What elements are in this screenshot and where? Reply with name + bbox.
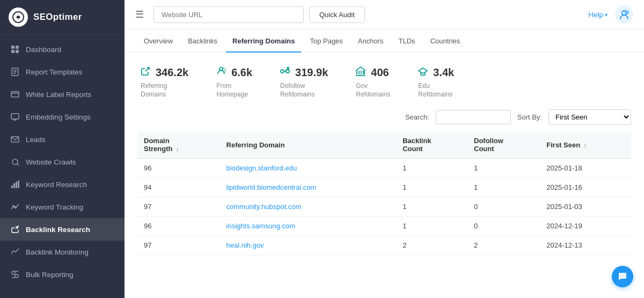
stat-icon-referring-domains: [140, 65, 151, 80]
nav-icon-keyword-tracking: [10, 202, 20, 212]
stat-value-row-dofollow-refdomains: 319.9k: [279, 65, 328, 80]
sort-select[interactable]: First SeenDomain StrengthBacklink CountD…: [548, 109, 631, 125]
nav-label-leads: Leads: [26, 136, 46, 144]
nav-icon-leads: [10, 134, 20, 145]
tab-tlds[interactable]: TLDs: [392, 29, 422, 53]
svg-rect-9: [11, 92, 19, 97]
cell-dofollow-count: 2: [467, 236, 540, 255]
referring-domains-table: DomainStrength ↕Referring DomainBacklink…: [137, 131, 631, 255]
nav-label-report-templates: Report Templates: [26, 68, 83, 76]
nav-icon-report-templates: [10, 66, 20, 77]
help-button[interactable]: Help ▾: [588, 11, 608, 19]
sort-label: Sort By:: [517, 113, 542, 121]
cell-first-seen: 2024-12-19: [540, 217, 631, 236]
stat-value-edu-refdomains: 3.4k: [433, 66, 454, 79]
sub-tabs: OverviewBacklinksReferring DomainsTop Pa…: [125, 29, 644, 53]
cell-referring-domain[interactable]: community.hubspot.com: [220, 197, 397, 217]
svg-rect-4: [16, 50, 19, 53]
nav-icon-backlink-research: [10, 224, 20, 235]
tab-top-pages[interactable]: Top Pages: [303, 29, 349, 53]
nav-label-backlink-research: Backlink Research: [26, 226, 90, 234]
stat-edu-refdomains: 3.4k EduRefdomains: [417, 65, 454, 99]
cell-first-seen: 2025-01-18: [540, 159, 631, 178]
nav-label-dashboard: Dashboard: [26, 46, 61, 54]
svg-rect-3: [11, 50, 14, 53]
sidebar-item-backlink-monitoring[interactable]: Backlink Monitoring: [0, 241, 125, 263]
nav-label-keyword-research: Keyword Research: [26, 181, 87, 189]
nav-label-white-label: White Label Reports: [26, 91, 91, 99]
sidebar-item-white-label[interactable]: White Label Reports: [0, 83, 125, 106]
cell-first-seen: 2025-01-03: [540, 197, 631, 217]
stat-value-referring-domains: 346.2k: [156, 66, 188, 79]
hamburger-icon[interactable]: ☰: [135, 9, 144, 20]
tab-overview[interactable]: Overview: [137, 29, 179, 53]
tab-backlinks[interactable]: Backlinks: [181, 29, 224, 53]
sidebar-item-bulk-reporting[interactable]: Bulk Reporting: [0, 263, 125, 286]
cell-domain-strength: 97: [137, 236, 220, 255]
cell-dofollow-count: 1: [467, 178, 540, 197]
svg-line-16: [17, 163, 19, 166]
col-header-domain-strength[interactable]: DomainStrength ↕: [137, 131, 220, 159]
search-input[interactable]: [436, 110, 511, 124]
tab-referring-domains[interactable]: Referring Domains: [226, 29, 301, 53]
nav-icon-website-crawls: [10, 157, 20, 167]
col-header-first-seen[interactable]: First Seen ↕: [540, 131, 631, 159]
quick-audit-button[interactable]: Quick Audit: [309, 6, 365, 23]
search-label: Search:: [405, 113, 429, 121]
table-row: 97 heal.nih.gov 2 2 2024-12-13: [137, 236, 631, 255]
cell-referring-domain[interactable]: heal.nih.gov: [220, 236, 397, 255]
sidebar-item-keyword-research[interactable]: Keyword Research: [0, 173, 125, 196]
nav-icon-backlink-monitoring: [10, 247, 20, 257]
sidebar-item-website-crawls[interactable]: Website Crawls: [0, 151, 125, 173]
table-body: 96 biodesign.stanford.edu 1 1 2025-01-18…: [137, 159, 631, 255]
nav-label-keyword-tracking: Keyword Tracking: [26, 203, 83, 211]
tab-countries[interactable]: Countries: [424, 29, 467, 53]
stat-value-row-edu-refdomains: 3.4k: [417, 65, 454, 80]
logo-text: SEOptimer: [33, 12, 82, 23]
nav-icon-bulk-reporting: [10, 269, 20, 280]
nav-label-backlink-monitoring: Backlink Monitoring: [26, 248, 89, 256]
table-row: 97 community.hubspot.com 1 0 2025-01-03: [137, 197, 631, 217]
sidebar-item-backlink-research[interactable]: Backlink Research: [0, 218, 125, 241]
topbar: ☰ Quick Audit Help ▾: [125, 0, 644, 29]
cell-backlink-count: 1: [396, 178, 467, 197]
table-controls: Search: Sort By: First SeenDomain Streng…: [137, 109, 631, 125]
url-input[interactable]: [153, 6, 304, 23]
nav-icon-embedding: [10, 111, 20, 122]
table-head: DomainStrength ↕Referring DomainBacklink…: [137, 131, 631, 159]
cell-referring-domain[interactable]: biodesign.stanford.edu: [220, 159, 397, 178]
stat-value-row-referring-domains: 346.2k: [140, 65, 188, 80]
sidebar-item-dashboard[interactable]: Dashboard: [0, 38, 125, 61]
sidebar-item-leads[interactable]: Leads: [0, 128, 125, 151]
nav-icon-white-label: [10, 89, 20, 100]
chat-bubble-button[interactable]: [612, 266, 633, 287]
stat-icon-gov-refdomains: [355, 65, 367, 80]
stat-icon-from-homepage: [215, 65, 227, 80]
logo-icon: [9, 8, 28, 27]
svg-rect-20: [18, 181, 19, 188]
cell-referring-domain[interactable]: lipidworld.biomedcentral.com: [220, 178, 397, 197]
svg-rect-11: [11, 114, 19, 119]
sidebar-nav: Dashboard Report Templates White Label R…: [0, 35, 125, 298]
cell-backlink-count: 1: [396, 197, 467, 217]
sidebar-item-keyword-tracking[interactable]: Keyword Tracking: [0, 196, 125, 218]
svg-point-21: [13, 206, 14, 207]
stat-dofollow-refdomains: 319.9k DofollowRefdomains: [279, 65, 328, 99]
svg-rect-18: [13, 183, 15, 188]
sidebar-item-embedding[interactable]: Embedding Settings: [0, 106, 125, 128]
table-row: 96 insights.samsung.com 1 0 2024-12-19: [137, 217, 631, 236]
col-header-backlink-count: BacklinkCount: [396, 131, 467, 159]
tab-anchors[interactable]: Anchors: [352, 29, 390, 53]
stat-value-dofollow-refdomains: 319.9k: [295, 66, 328, 79]
cell-domain-strength: 97: [137, 197, 220, 217]
table-row: 94 lipidworld.biomedcentral.com 1 1 2025…: [137, 178, 631, 197]
sort-arrow-icon: ↕: [176, 146, 179, 152]
stat-value-from-homepage: 6.6k: [231, 66, 252, 79]
cell-referring-domain[interactable]: insights.samsung.com: [220, 217, 397, 236]
table-header-row: DomainStrength ↕Referring DomainBacklink…: [137, 131, 631, 159]
help-label: Help: [588, 11, 603, 19]
svg-point-22: [15, 207, 17, 208]
stat-icon-edu-refdomains: [417, 65, 429, 80]
sidebar-item-report-templates[interactable]: Report Templates: [0, 61, 125, 83]
user-icon-button[interactable]: [615, 5, 633, 24]
